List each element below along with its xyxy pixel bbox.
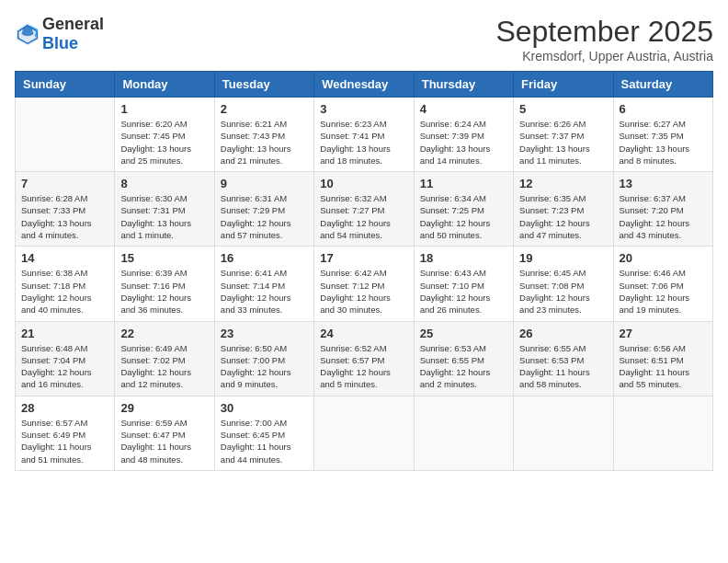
day-number: 18 (420, 251, 507, 265)
calendar-week-row: 1Sunrise: 6:20 AM Sunset: 7:45 PM Daylig… (16, 98, 713, 172)
day-info: Sunrise: 6:39 AM Sunset: 7:16 PM Dayligh… (120, 267, 208, 316)
day-info: Sunrise: 6:38 AM Sunset: 7:18 PM Dayligh… (21, 267, 108, 316)
day-number: 8 (120, 177, 208, 190)
day-number: 1 (120, 102, 208, 116)
column-header-saturday: Saturday (613, 72, 712, 98)
day-number: 12 (519, 177, 607, 190)
calendar-week-row: 28Sunrise: 6:57 AM Sunset: 6:49 PM Dayli… (16, 396, 713, 470)
calendar-cell: 18Sunrise: 6:43 AM Sunset: 7:10 PM Dayli… (414, 247, 513, 321)
day-number: 15 (120, 251, 208, 265)
day-info: Sunrise: 7:00 AM Sunset: 6:45 PM Dayligh… (221, 417, 308, 465)
day-number: 3 (320, 102, 407, 116)
calendar-week-row: 14Sunrise: 6:38 AM Sunset: 7:18 PM Dayli… (16, 247, 713, 321)
day-number: 14 (21, 251, 108, 265)
calendar-cell: 20Sunrise: 6:46 AM Sunset: 7:06 PM Dayli… (613, 247, 712, 321)
column-header-wednesday: Wednesday (314, 72, 414, 98)
day-number: 17 (320, 251, 407, 265)
day-info: Sunrise: 6:56 AM Sunset: 6:51 PM Dayligh… (620, 342, 707, 391)
day-info: Sunrise: 6:43 AM Sunset: 7:10 PM Dayligh… (420, 267, 507, 316)
day-info: Sunrise: 6:52 AM Sunset: 6:57 PM Dayligh… (320, 342, 407, 391)
calendar-cell (314, 396, 414, 470)
day-info: Sunrise: 6:46 AM Sunset: 7:06 PM Dayligh… (620, 267, 707, 316)
day-info: Sunrise: 6:55 AM Sunset: 6:53 PM Dayligh… (519, 342, 607, 391)
day-number: 25 (420, 327, 507, 340)
calendar-cell: 2Sunrise: 6:21 AM Sunset: 7:43 PM Daylig… (214, 98, 313, 172)
calendar-cell (514, 396, 613, 470)
calendar-cell: 9Sunrise: 6:31 AM Sunset: 7:29 PM Daylig… (214, 172, 313, 247)
day-info: Sunrise: 6:35 AM Sunset: 7:23 PM Dayligh… (519, 192, 607, 241)
calendar-cell: 19Sunrise: 6:45 AM Sunset: 7:08 PM Dayli… (514, 247, 613, 321)
calendar-cell: 29Sunrise: 6:59 AM Sunset: 6:47 PM Dayli… (115, 396, 214, 470)
day-info: Sunrise: 6:26 AM Sunset: 7:37 PM Dayligh… (519, 118, 607, 167)
day-number: 24 (320, 327, 407, 340)
calendar-cell: 8Sunrise: 6:30 AM Sunset: 7:31 PM Daylig… (115, 172, 214, 247)
day-info: Sunrise: 6:30 AM Sunset: 7:31 PM Dayligh… (120, 192, 208, 241)
day-info: Sunrise: 6:50 AM Sunset: 7:00 PM Dayligh… (221, 342, 308, 391)
day-number: 27 (620, 327, 707, 340)
day-number: 20 (620, 251, 707, 265)
calendar-cell (613, 396, 712, 470)
day-info: Sunrise: 6:32 AM Sunset: 7:27 PM Dayligh… (320, 192, 407, 241)
logo-blue-text: Blue (42, 34, 78, 52)
day-info: Sunrise: 6:31 AM Sunset: 7:29 PM Dayligh… (221, 192, 308, 241)
calendar-cell: 4Sunrise: 6:24 AM Sunset: 7:39 PM Daylig… (414, 98, 513, 172)
page-header: General Blue September 2025 Kremsdorf, U… (15, 15, 713, 63)
calendar-cell: 16Sunrise: 6:41 AM Sunset: 7:14 PM Dayli… (214, 247, 313, 321)
calendar-cell: 10Sunrise: 6:32 AM Sunset: 7:27 PM Dayli… (314, 172, 414, 247)
calendar-cell: 7Sunrise: 6:28 AM Sunset: 7:33 PM Daylig… (16, 172, 115, 247)
calendar-cell: 1Sunrise: 6:20 AM Sunset: 7:45 PM Daylig… (115, 98, 214, 172)
calendar-cell: 11Sunrise: 6:34 AM Sunset: 7:25 PM Dayli… (414, 172, 513, 247)
day-number: 4 (420, 102, 507, 116)
column-header-tuesday: Tuesday (214, 72, 313, 98)
month-title: September 2025 (495, 15, 713, 49)
calendar-table: SundayMondayTuesdayWednesdayThursdayFrid… (15, 71, 713, 471)
calendar-cell: 6Sunrise: 6:27 AM Sunset: 7:35 PM Daylig… (613, 98, 712, 172)
day-number: 2 (221, 102, 308, 116)
day-info: Sunrise: 6:59 AM Sunset: 6:47 PM Dayligh… (120, 417, 208, 465)
calendar-cell: 26Sunrise: 6:55 AM Sunset: 6:53 PM Dayli… (514, 321, 613, 396)
day-number: 19 (519, 251, 607, 265)
day-number: 21 (21, 327, 108, 340)
calendar-cell: 27Sunrise: 6:56 AM Sunset: 6:51 PM Dayli… (613, 321, 712, 396)
day-info: Sunrise: 6:37 AM Sunset: 7:20 PM Dayligh… (620, 192, 707, 241)
calendar-cell: 30Sunrise: 7:00 AM Sunset: 6:45 PM Dayli… (214, 396, 313, 470)
calendar-cell: 24Sunrise: 6:52 AM Sunset: 6:57 PM Dayli… (314, 321, 414, 396)
day-number: 16 (221, 251, 308, 265)
column-header-monday: Monday (115, 72, 214, 98)
day-info: Sunrise: 6:41 AM Sunset: 7:14 PM Dayligh… (221, 267, 308, 316)
day-number: 6 (620, 102, 707, 116)
day-info: Sunrise: 6:23 AM Sunset: 7:41 PM Dayligh… (320, 118, 407, 167)
calendar-cell (414, 396, 513, 470)
calendar-cell: 21Sunrise: 6:48 AM Sunset: 7:04 PM Dayli… (16, 321, 115, 396)
day-number: 29 (120, 401, 208, 415)
day-number: 7 (21, 177, 108, 190)
day-number: 11 (420, 177, 507, 190)
calendar-cell: 25Sunrise: 6:53 AM Sunset: 6:55 PM Dayli… (414, 321, 513, 396)
calendar-cell: 13Sunrise: 6:37 AM Sunset: 7:20 PM Dayli… (613, 172, 712, 247)
day-info: Sunrise: 6:53 AM Sunset: 6:55 PM Dayligh… (420, 342, 507, 391)
day-info: Sunrise: 6:34 AM Sunset: 7:25 PM Dayligh… (420, 192, 507, 241)
day-info: Sunrise: 6:24 AM Sunset: 7:39 PM Dayligh… (420, 118, 507, 167)
day-number: 5 (519, 102, 607, 116)
day-number: 13 (620, 177, 707, 190)
day-info: Sunrise: 6:48 AM Sunset: 7:04 PM Dayligh… (21, 342, 108, 391)
day-number: 9 (221, 177, 308, 190)
logo-icon (15, 21, 40, 47)
calendar-cell: 14Sunrise: 6:38 AM Sunset: 7:18 PM Dayli… (16, 247, 115, 321)
day-info: Sunrise: 6:42 AM Sunset: 7:12 PM Dayligh… (320, 267, 407, 316)
column-header-sunday: Sunday (16, 72, 115, 98)
calendar-cell: 5Sunrise: 6:26 AM Sunset: 7:37 PM Daylig… (514, 98, 613, 172)
day-number: 30 (221, 401, 308, 415)
calendar-cell: 23Sunrise: 6:50 AM Sunset: 7:00 PM Dayli… (214, 321, 313, 396)
title-block: September 2025 Kremsdorf, Upper Austria,… (495, 15, 713, 63)
calendar-cell: 15Sunrise: 6:39 AM Sunset: 7:16 PM Dayli… (115, 247, 214, 321)
day-info: Sunrise: 6:28 AM Sunset: 7:33 PM Dayligh… (21, 192, 108, 241)
day-number: 23 (221, 327, 308, 340)
column-header-thursday: Thursday (414, 72, 513, 98)
calendar-week-row: 7Sunrise: 6:28 AM Sunset: 7:33 PM Daylig… (16, 172, 713, 247)
day-number: 10 (320, 177, 407, 190)
calendar-cell: 22Sunrise: 6:49 AM Sunset: 7:02 PM Dayli… (115, 321, 214, 396)
day-info: Sunrise: 6:20 AM Sunset: 7:45 PM Dayligh… (120, 118, 208, 167)
calendar-header-row: SundayMondayTuesdayWednesdayThursdayFrid… (16, 72, 713, 98)
location: Kremsdorf, Upper Austria, Austria (495, 49, 713, 63)
